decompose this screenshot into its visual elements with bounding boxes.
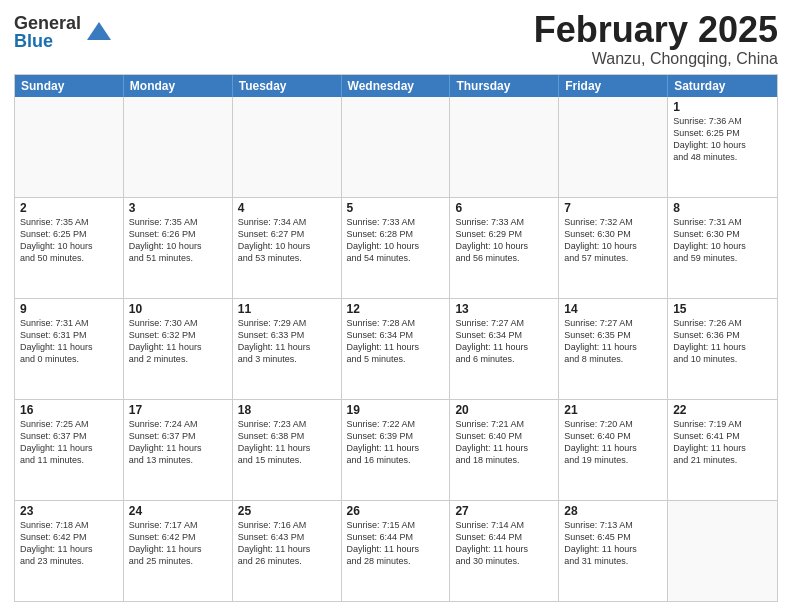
calendar-row-0: 1Sunrise: 7:36 AM Sunset: 6:25 PM Daylig… <box>15 97 777 197</box>
day-info: Sunrise: 7:30 AM Sunset: 6:32 PM Dayligh… <box>129 317 227 366</box>
calendar-cell: 13Sunrise: 7:27 AM Sunset: 6:34 PM Dayli… <box>450 299 559 399</box>
header-day-tuesday: Tuesday <box>233 75 342 97</box>
day-number: 28 <box>564 504 662 518</box>
day-number: 15 <box>673 302 772 316</box>
day-info: Sunrise: 7:14 AM Sunset: 6:44 PM Dayligh… <box>455 519 553 568</box>
day-info: Sunrise: 7:29 AM Sunset: 6:33 PM Dayligh… <box>238 317 336 366</box>
day-info: Sunrise: 7:22 AM Sunset: 6:39 PM Dayligh… <box>347 418 445 467</box>
day-info: Sunrise: 7:33 AM Sunset: 6:28 PM Dayligh… <box>347 216 445 265</box>
day-info: Sunrise: 7:13 AM Sunset: 6:45 PM Dayligh… <box>564 519 662 568</box>
calendar-cell: 19Sunrise: 7:22 AM Sunset: 6:39 PM Dayli… <box>342 400 451 500</box>
calendar-cell: 21Sunrise: 7:20 AM Sunset: 6:40 PM Dayli… <box>559 400 668 500</box>
day-number: 10 <box>129 302 227 316</box>
calendar-cell <box>124 97 233 197</box>
calendar-cell: 10Sunrise: 7:30 AM Sunset: 6:32 PM Dayli… <box>124 299 233 399</box>
logo-blue-text: Blue <box>14 32 81 50</box>
day-number: 19 <box>347 403 445 417</box>
day-info: Sunrise: 7:28 AM Sunset: 6:34 PM Dayligh… <box>347 317 445 366</box>
calendar-header: SundayMondayTuesdayWednesdayThursdayFrid… <box>15 75 777 97</box>
header: General Blue February 2025 Wanzu, Chongq… <box>14 10 778 68</box>
location: Wanzu, Chongqing, China <box>534 50 778 68</box>
calendar-cell: 14Sunrise: 7:27 AM Sunset: 6:35 PM Dayli… <box>559 299 668 399</box>
day-info: Sunrise: 7:16 AM Sunset: 6:43 PM Dayligh… <box>238 519 336 568</box>
calendar-row-1: 2Sunrise: 7:35 AM Sunset: 6:25 PM Daylig… <box>15 197 777 298</box>
day-info: Sunrise: 7:35 AM Sunset: 6:25 PM Dayligh… <box>20 216 118 265</box>
calendar-cell: 8Sunrise: 7:31 AM Sunset: 6:30 PM Daylig… <box>668 198 777 298</box>
day-number: 8 <box>673 201 772 215</box>
calendar-row-2: 9Sunrise: 7:31 AM Sunset: 6:31 PM Daylig… <box>15 298 777 399</box>
day-info: Sunrise: 7:32 AM Sunset: 6:30 PM Dayligh… <box>564 216 662 265</box>
day-number: 12 <box>347 302 445 316</box>
day-number: 4 <box>238 201 336 215</box>
day-number: 7 <box>564 201 662 215</box>
header-day-wednesday: Wednesday <box>342 75 451 97</box>
day-info: Sunrise: 7:33 AM Sunset: 6:29 PM Dayligh… <box>455 216 553 265</box>
calendar-cell: 28Sunrise: 7:13 AM Sunset: 6:45 PM Dayli… <box>559 501 668 601</box>
svg-marker-0 <box>87 22 111 40</box>
calendar-cell <box>668 501 777 601</box>
day-number: 1 <box>673 100 772 114</box>
calendar-cell: 9Sunrise: 7:31 AM Sunset: 6:31 PM Daylig… <box>15 299 124 399</box>
calendar-cell: 4Sunrise: 7:34 AM Sunset: 6:27 PM Daylig… <box>233 198 342 298</box>
day-number: 20 <box>455 403 553 417</box>
day-number: 21 <box>564 403 662 417</box>
calendar-cell: 18Sunrise: 7:23 AM Sunset: 6:38 PM Dayli… <box>233 400 342 500</box>
day-info: Sunrise: 7:35 AM Sunset: 6:26 PM Dayligh… <box>129 216 227 265</box>
day-number: 9 <box>20 302 118 316</box>
calendar-cell: 22Sunrise: 7:19 AM Sunset: 6:41 PM Dayli… <box>668 400 777 500</box>
calendar-cell: 26Sunrise: 7:15 AM Sunset: 6:44 PM Dayli… <box>342 501 451 601</box>
calendar-cell <box>450 97 559 197</box>
calendar-cell <box>15 97 124 197</box>
day-info: Sunrise: 7:23 AM Sunset: 6:38 PM Dayligh… <box>238 418 336 467</box>
logo-general-text: General <box>14 14 81 32</box>
day-number: 27 <box>455 504 553 518</box>
calendar-row-4: 23Sunrise: 7:18 AM Sunset: 6:42 PM Dayli… <box>15 500 777 601</box>
logo: General Blue <box>14 14 113 50</box>
day-info: Sunrise: 7:27 AM Sunset: 6:34 PM Dayligh… <box>455 317 553 366</box>
calendar-cell: 11Sunrise: 7:29 AM Sunset: 6:33 PM Dayli… <box>233 299 342 399</box>
month-title: February 2025 <box>534 10 778 50</box>
day-number: 14 <box>564 302 662 316</box>
day-number: 6 <box>455 201 553 215</box>
header-day-friday: Friday <box>559 75 668 97</box>
day-number: 26 <box>347 504 445 518</box>
day-number: 23 <box>20 504 118 518</box>
day-number: 22 <box>673 403 772 417</box>
day-info: Sunrise: 7:31 AM Sunset: 6:30 PM Dayligh… <box>673 216 772 265</box>
day-info: Sunrise: 7:17 AM Sunset: 6:42 PM Dayligh… <box>129 519 227 568</box>
day-info: Sunrise: 7:15 AM Sunset: 6:44 PM Dayligh… <box>347 519 445 568</box>
logo-icon <box>85 18 113 46</box>
day-number: 18 <box>238 403 336 417</box>
day-number: 2 <box>20 201 118 215</box>
day-info: Sunrise: 7:36 AM Sunset: 6:25 PM Dayligh… <box>673 115 772 164</box>
title-block: February 2025 Wanzu, Chongqing, China <box>534 10 778 68</box>
day-number: 13 <box>455 302 553 316</box>
day-number: 17 <box>129 403 227 417</box>
calendar-cell: 23Sunrise: 7:18 AM Sunset: 6:42 PM Dayli… <box>15 501 124 601</box>
calendar-cell: 25Sunrise: 7:16 AM Sunset: 6:43 PM Dayli… <box>233 501 342 601</box>
day-number: 5 <box>347 201 445 215</box>
calendar-body: 1Sunrise: 7:36 AM Sunset: 6:25 PM Daylig… <box>15 97 777 601</box>
calendar-cell <box>233 97 342 197</box>
page: General Blue February 2025 Wanzu, Chongq… <box>0 0 792 612</box>
calendar-cell: 2Sunrise: 7:35 AM Sunset: 6:25 PM Daylig… <box>15 198 124 298</box>
header-day-sunday: Sunday <box>15 75 124 97</box>
calendar: SundayMondayTuesdayWednesdayThursdayFrid… <box>14 74 778 602</box>
calendar-cell: 17Sunrise: 7:24 AM Sunset: 6:37 PM Dayli… <box>124 400 233 500</box>
header-day-thursday: Thursday <box>450 75 559 97</box>
calendar-cell: 1Sunrise: 7:36 AM Sunset: 6:25 PM Daylig… <box>668 97 777 197</box>
day-number: 24 <box>129 504 227 518</box>
day-info: Sunrise: 7:20 AM Sunset: 6:40 PM Dayligh… <box>564 418 662 467</box>
calendar-cell <box>342 97 451 197</box>
day-info: Sunrise: 7:19 AM Sunset: 6:41 PM Dayligh… <box>673 418 772 467</box>
day-number: 11 <box>238 302 336 316</box>
day-number: 16 <box>20 403 118 417</box>
day-info: Sunrise: 7:27 AM Sunset: 6:35 PM Dayligh… <box>564 317 662 366</box>
calendar-cell: 24Sunrise: 7:17 AM Sunset: 6:42 PM Dayli… <box>124 501 233 601</box>
day-info: Sunrise: 7:21 AM Sunset: 6:40 PM Dayligh… <box>455 418 553 467</box>
calendar-cell: 6Sunrise: 7:33 AM Sunset: 6:29 PM Daylig… <box>450 198 559 298</box>
calendar-cell: 20Sunrise: 7:21 AM Sunset: 6:40 PM Dayli… <box>450 400 559 500</box>
header-day-monday: Monday <box>124 75 233 97</box>
header-day-saturday: Saturday <box>668 75 777 97</box>
calendar-cell: 15Sunrise: 7:26 AM Sunset: 6:36 PM Dayli… <box>668 299 777 399</box>
